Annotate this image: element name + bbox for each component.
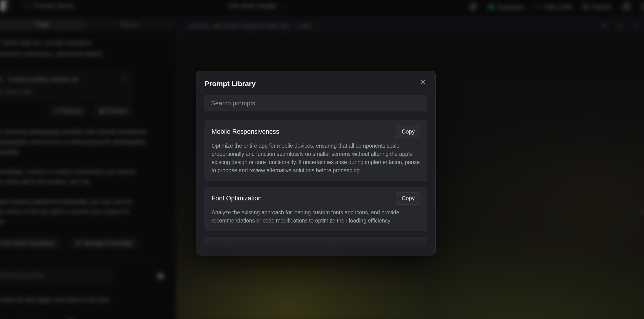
prompt-description: Analyze the existing approach for loadin… bbox=[212, 208, 420, 225]
prompt-title: Font Optimization bbox=[212, 194, 262, 202]
copy-button[interactable]: Copy bbox=[396, 126, 420, 138]
prompt-card-font-optimization: Font Optimization Copy Analyze the exist… bbox=[204, 187, 427, 231]
modal-title: Prompt Library bbox=[204, 78, 256, 88]
search-input[interactable] bbox=[204, 95, 427, 112]
prompt-library-modal: Prompt Library × Mobile Responsiveness C… bbox=[196, 71, 436, 256]
prompt-card-mobile-responsiveness: Mobile Responsiveness Copy Optimize the … bbox=[204, 120, 427, 181]
prompt-title: Mobile Responsiveness bbox=[212, 128, 279, 136]
modal-header: Prompt Library × bbox=[204, 78, 427, 88]
prompt-card-partial[interactable] bbox=[204, 237, 427, 247]
close-icon[interactable]: × bbox=[419, 78, 427, 86]
prompt-list: Mobile Responsiveness Copy Optimize the … bbox=[204, 120, 427, 247]
prompt-description: Optimize the entire app for mobile devic… bbox=[212, 142, 420, 174]
app-window: Prompt Library urfe cloud voyage ⌄ ⚙ Sup… bbox=[0, 0, 644, 319]
copy-button[interactable]: Copy bbox=[396, 192, 420, 204]
